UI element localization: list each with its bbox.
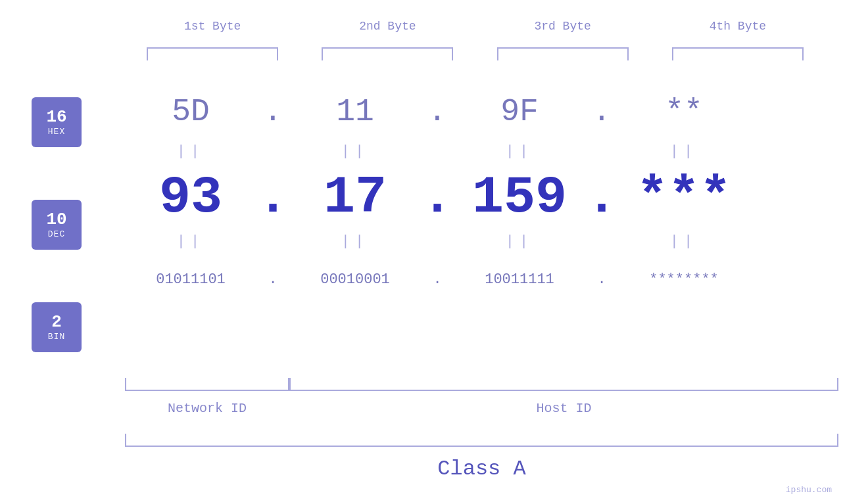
host-id-label: Host ID: [289, 401, 838, 416]
byte2-header: 2nd Byte: [322, 20, 453, 33]
bracket-top-1: [147, 47, 278, 60]
bin-val-1: 01011101: [125, 271, 256, 288]
hex-val-2: 11: [289, 94, 421, 129]
equals-row-2: || || || ||: [125, 230, 838, 253]
hex-badge-label: HEX: [48, 127, 65, 137]
dot-bin-1: .: [256, 271, 289, 288]
bin-val-4: ********: [618, 271, 750, 288]
dot-bin-3: .: [585, 271, 618, 288]
dec-val-3: 159: [454, 168, 585, 227]
hex-val-4: **: [618, 94, 750, 129]
hex-val-1: 5D: [125, 94, 256, 129]
hex-badge: 16 HEX: [32, 97, 82, 147]
hex-badge-number: 16: [46, 108, 66, 127]
dot-bin-2: .: [421, 271, 454, 288]
full-bottom-bracket: [125, 434, 838, 447]
dec-row: 93 . 17 . 159 . ***: [125, 164, 838, 230]
watermark: ipshu.com: [786, 485, 832, 495]
bin-badge-number: 2: [51, 313, 62, 332]
hex-row: 5D . 11 . 9F . **: [125, 85, 838, 138]
dot-dec-3: .: [585, 168, 618, 227]
dec-badge: 10 DEC: [32, 200, 82, 250]
dot-dec-1: .: [256, 168, 289, 227]
eq-1: ||: [125, 143, 256, 160]
host-bracket: [289, 378, 838, 391]
dec-val-1: 93: [125, 168, 256, 227]
byte4-header: 4th Byte: [672, 20, 804, 33]
eq-4: ||: [618, 143, 750, 160]
eq2-4: ||: [618, 233, 750, 250]
eq2-1: ||: [125, 233, 256, 250]
bin-row: 01011101 . 00010001 . 10011111 . *******…: [125, 253, 838, 306]
network-id-label: Network ID: [125, 401, 289, 416]
main-container: 1st Byte 2nd Byte 3rd Byte 4th Byte 16 H…: [0, 0, 845, 504]
dec-val-4: ***: [618, 168, 750, 227]
dec-val-2: 17: [289, 168, 421, 227]
bin-badge: 2 BIN: [32, 302, 82, 352]
bracket-top-3: [497, 47, 629, 60]
eq2-3: ||: [454, 233, 585, 250]
bin-val-3: 10011111: [454, 271, 585, 288]
dot-hex-1: .: [256, 94, 289, 129]
dot-hex-3: .: [585, 94, 618, 129]
bracket-top-4: [672, 47, 804, 60]
badge-column: 16 HEX 10 DEC 2 BIN: [32, 97, 82, 405]
byte1-header: 1st Byte: [147, 20, 278, 33]
eq2-2: ||: [289, 233, 421, 250]
bin-badge-label: BIN: [48, 332, 65, 342]
content-area: 5D . 11 . 9F . ** || || || || 93 . 17 . …: [125, 85, 838, 306]
eq-2: ||: [289, 143, 421, 160]
eq-3: ||: [454, 143, 585, 160]
dec-badge-label: DEC: [48, 229, 65, 239]
bin-val-2: 00010001: [289, 271, 421, 288]
network-bracket: [125, 378, 289, 391]
class-label: Class A: [125, 457, 838, 481]
top-brackets: [125, 47, 825, 60]
dot-dec-2: .: [421, 168, 454, 227]
headers-row: 1st Byte 2nd Byte 3rd Byte 4th Byte: [125, 20, 825, 33]
byte3-header: 3rd Byte: [497, 20, 629, 33]
dec-badge-number: 10: [46, 210, 66, 229]
dot-hex-2: .: [421, 94, 454, 129]
hex-val-3: 9F: [454, 94, 585, 129]
equals-row-1: || || || ||: [125, 138, 838, 164]
bracket-top-2: [322, 47, 453, 60]
